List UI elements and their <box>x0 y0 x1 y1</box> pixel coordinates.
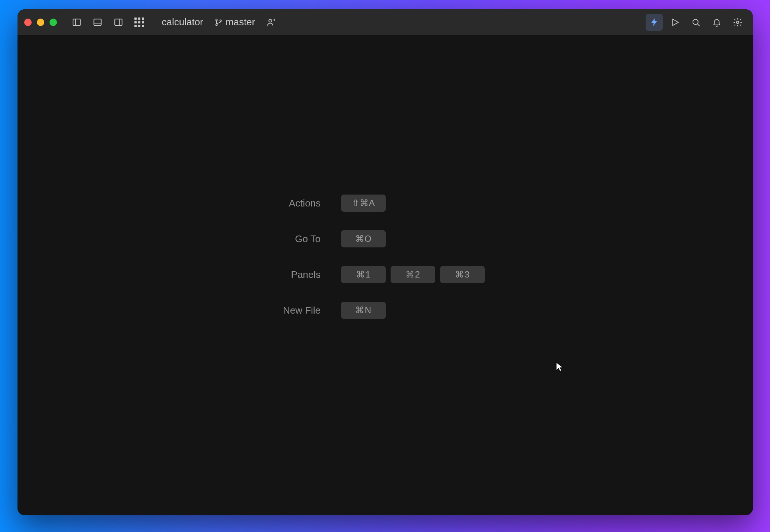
shortcut-keys-panels: ⌘1 ⌘2 ⌘3 <box>341 266 485 283</box>
maximize-window-button[interactable] <box>50 19 57 26</box>
add-collaborator-button[interactable] <box>262 14 280 31</box>
bottom-panel-icon <box>93 17 102 27</box>
shortcut-label-newfile: New File <box>283 305 321 316</box>
notifications-button[interactable] <box>708 14 725 31</box>
project-name[interactable]: calculator <box>158 16 207 28</box>
close-window-button[interactable] <box>24 19 32 26</box>
key-newfile-0: ⌘N <box>341 302 386 319</box>
grid-icon <box>134 17 144 27</box>
empty-state-shortcuts: Actions ⇧⌘A Go To ⌘O Panels ⌘1 ⌘2 ⌘3 New… <box>283 195 485 319</box>
key-actions-0: ⇧⌘A <box>341 195 386 212</box>
run-button[interactable] <box>666 14 684 31</box>
app-window: calculator master <box>18 9 753 515</box>
svg-line-14 <box>697 24 699 26</box>
shortcut-label-actions: Actions <box>283 198 321 209</box>
shortcut-label-panels: Panels <box>283 269 321 281</box>
git-branch-icon <box>214 18 223 26</box>
settings-button[interactable] <box>729 14 746 31</box>
svg-point-7 <box>216 24 217 25</box>
svg-rect-2 <box>94 19 101 25</box>
ai-assistant-button[interactable] <box>646 14 663 31</box>
add-person-icon <box>266 17 276 27</box>
bottom-panel-toggle[interactable] <box>89 14 106 31</box>
right-panel-toggle[interactable] <box>110 14 127 31</box>
window-controls <box>24 19 57 26</box>
branch-name-label: master <box>226 16 255 28</box>
key-panels-2: ⌘3 <box>440 266 485 283</box>
bell-icon <box>712 17 722 27</box>
right-panel-icon <box>114 17 123 27</box>
svg-point-6 <box>216 19 217 20</box>
left-panel-icon <box>72 17 82 27</box>
svg-point-9 <box>269 19 272 22</box>
svg-point-13 <box>693 19 698 24</box>
editor-area: Actions ⇧⌘A Go To ⌘O Panels ⌘1 ⌘2 ⌘3 New… <box>18 35 753 515</box>
gear-icon <box>733 17 742 27</box>
minimize-window-button[interactable] <box>37 19 44 26</box>
shortcut-keys-goto: ⌘O <box>341 230 485 247</box>
shortcut-keys-actions: ⇧⌘A <box>341 195 485 212</box>
svg-point-8 <box>220 20 221 21</box>
play-icon <box>670 17 680 27</box>
svg-marker-12 <box>672 19 678 25</box>
left-panel-toggle[interactable] <box>68 14 85 31</box>
svg-point-15 <box>736 21 739 23</box>
search-button[interactable] <box>687 14 704 31</box>
titlebar: calculator master <box>18 9 753 35</box>
bolt-icon <box>649 17 659 27</box>
branch-selector[interactable]: master <box>211 16 259 28</box>
shortcut-label-goto: Go To <box>283 233 321 245</box>
key-goto-0: ⌘O <box>341 230 386 247</box>
shortcut-keys-newfile: ⌘N <box>341 302 485 319</box>
mouse-cursor-icon <box>556 362 564 372</box>
key-panels-0: ⌘1 <box>341 266 386 283</box>
search-icon <box>691 17 701 27</box>
svg-rect-4 <box>115 19 122 25</box>
grid-menu-button[interactable] <box>131 14 148 31</box>
svg-rect-0 <box>73 19 80 25</box>
key-panels-1: ⌘2 <box>391 266 435 283</box>
